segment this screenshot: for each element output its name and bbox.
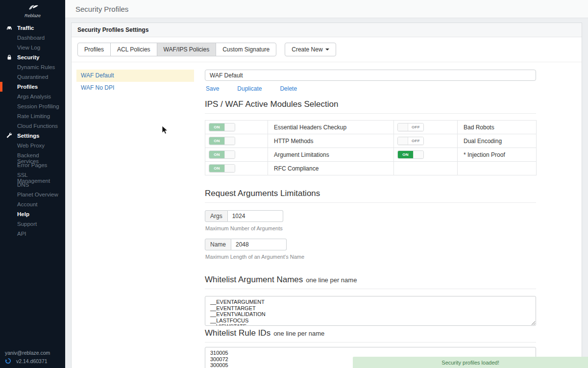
create-new-button[interactable]: Create New (285, 43, 336, 56)
wrench-icon (6, 132, 13, 139)
duplicate-button[interactable]: Duplicate (237, 85, 262, 92)
sidebar-item-planet-overview[interactable]: Planet Overview (0, 190, 65, 199)
toggle-knob (398, 137, 408, 145)
module-label: Bad Robots (458, 121, 537, 134)
toggle-state-label: OFF (408, 123, 423, 131)
modules-table: ON Essential Headers Checkup OFF Bad Rob… (205, 120, 537, 175)
profile-name-input[interactable] (205, 70, 536, 81)
list-item-waf-default[interactable]: WAF Default (76, 70, 194, 82)
sidebar-section-traffic[interactable]: Traffic (0, 23, 65, 33)
sidebar-section-security[interactable]: Security (0, 52, 65, 62)
toggle-state-label: ON (209, 151, 224, 158)
module-row: ON Essential Headers Checkup OFF Bad Rob… (205, 121, 537, 134)
module-label: RFC Compliance (268, 162, 394, 175)
sidebar-item-api[interactable]: API (0, 229, 65, 239)
editor-actions: Save Duplicate Delete (206, 85, 536, 92)
sidebar-item-web-proxy[interactable]: Web Proxy (0, 141, 65, 150)
module-label: * Injection Proof (458, 148, 537, 162)
delete-button[interactable]: Delete (280, 85, 297, 92)
sidebar-section-label: Security (17, 54, 39, 60)
main-area: Security Profiles Security Profiles Sett… (65, 0, 588, 368)
toggle-essential-headers-checkup[interactable]: ON (209, 123, 235, 131)
empty-cell (458, 162, 537, 175)
args-addon-label: Args (205, 210, 228, 222)
sidebar-item-profiles[interactable]: Profiles (0, 82, 65, 92)
sidebar-item-quarantined[interactable]: Quarantined (0, 72, 65, 82)
whitelist-args-suffix: one line per name (306, 276, 357, 284)
module-row: ON Argument Limitations ON * Injection P… (205, 148, 537, 162)
name-help-text: Maximum Length of an Argument's Name (205, 254, 536, 260)
reblaze-logo-icon (26, 3, 39, 11)
toggle-knob (224, 151, 235, 158)
topbar: Security Profiles (65, 0, 588, 18)
sidebar-footer: yaniv@reblaze.com v2.14.d60371 (0, 347, 65, 368)
sidebar-section-help[interactable]: Help (0, 209, 65, 219)
profile-editor: Save Duplicate Delete IPS / WAF Active M… (205, 70, 536, 368)
toast-notification: Security profiles loaded! (353, 357, 588, 368)
modules-heading: IPS / WAF Active Modules Selection (205, 99, 536, 114)
sidebar-item-cloud-functions[interactable]: Cloud Functions (0, 121, 65, 131)
sidebar-item-session-profiling[interactable]: Session Profiling (0, 101, 65, 111)
name-addon-label: Name (205, 239, 231, 250)
sidebar-item-dynamic-rules[interactable]: Dynamic Rules (0, 62, 65, 72)
sidebar-nav: Traffic Dashboard View Log Security Dyna… (0, 23, 65, 347)
card-content: WAF Default WAF No DPI Save Duplicate De… (72, 62, 582, 368)
sidebar-item-error-pages[interactable]: Error Pages (0, 160, 65, 170)
caret-down-icon (325, 49, 329, 50)
sidebar-section-label: Settings (17, 133, 39, 139)
sidebar: Reblaze Traffic Dashboard View Log Secur… (0, 0, 65, 368)
card-title: Security Profiles Settings (72, 23, 582, 37)
save-button[interactable]: Save (206, 85, 219, 92)
module-label: Essential Headers Checkup (268, 121, 394, 134)
toggle-http-methods[interactable]: ON (209, 137, 235, 145)
args-help-text: Maximum Number of Arguments (205, 225, 536, 231)
sidebar-item-account[interactable]: Account (0, 199, 65, 209)
empty-cell (394, 162, 458, 175)
sidebar-item-support[interactable]: Support (0, 219, 65, 229)
whitelist-argument-names-textarea[interactable]: __EVENTARGUMENT __EVENTTARGET __EVENTVAL… (205, 296, 536, 326)
toast-message: Security profiles loaded! (441, 360, 499, 366)
sidebar-section-settings[interactable]: Settings (0, 131, 65, 141)
whitelist-args-heading: Whitelist Argument Namesone line per nam… (205, 275, 536, 289)
module-label: Argument Limitations (268, 148, 394, 162)
toggle-dual-encoding[interactable]: OFF (397, 137, 424, 145)
toggle-state-label: OFF (408, 137, 423, 145)
toggle-state-label: ON (209, 165, 224, 172)
sidebar-item-rate-limiting[interactable]: Rate Limiting (0, 111, 65, 121)
sidebar-item-dashboard[interactable]: Dashboard (0, 33, 65, 43)
name-limit-input[interactable] (231, 239, 287, 250)
whitelist-rules-heading: Whitelist Rule IDsone line per name (205, 328, 536, 343)
whitelist-rules-title: Whitelist Rule IDs (205, 328, 270, 338)
whitelist-rules-suffix: one line per name (273, 330, 324, 337)
logout-icon[interactable] (5, 358, 11, 364)
tab-custom-signature[interactable]: Custom Signature (216, 43, 276, 56)
traffic-icon (6, 25, 13, 31)
tab-waf-ips-policies[interactable]: WAF/IPS Policies (157, 43, 217, 56)
args-limit-input[interactable] (228, 210, 283, 222)
name-limit-group: Name (205, 239, 287, 250)
toggle-argument-limitations[interactable]: ON (209, 150, 235, 159)
user-email: yaniv@reblaze.com (5, 350, 60, 356)
toggle-knob (224, 123, 235, 131)
tab-profiles[interactable]: Profiles (77, 43, 111, 56)
sidebar-item-backend-services[interactable]: Backend Services (0, 150, 65, 160)
toggle-knob (224, 165, 235, 172)
sidebar-item-ssl-management[interactable]: SSL Management (0, 170, 65, 180)
module-label: HTTP Methods (268, 134, 394, 148)
toggle-knob (413, 151, 423, 158)
module-row: ON HTTP Methods OFF Dual Encoding (205, 134, 537, 148)
sidebar-item-view-log[interactable]: View Log (0, 43, 65, 52)
whitelist-args-title: Whitelist Argument Names (205, 275, 303, 284)
toggle-state-label: ON (398, 151, 413, 158)
tab-acl-policies[interactable]: ACL Policies (110, 43, 157, 56)
list-item-waf-no-dpi[interactable]: WAF No DPI (76, 82, 194, 94)
toggle-injection-proof[interactable]: ON (397, 150, 424, 159)
sidebar-item-dns[interactable]: DNS (0, 180, 65, 190)
toggle-knob (224, 137, 235, 145)
toggle-rfc-compliance[interactable]: ON (209, 164, 235, 172)
settings-card: Security Profiles Settings Profiles ACL … (71, 23, 582, 368)
sidebar-section-label: Traffic (17, 25, 34, 31)
module-label: Dual Encoding (458, 134, 537, 148)
sidebar-item-args-analysis[interactable]: Args Analysis (0, 92, 65, 101)
toggle-bad-robots[interactable]: OFF (397, 123, 424, 131)
